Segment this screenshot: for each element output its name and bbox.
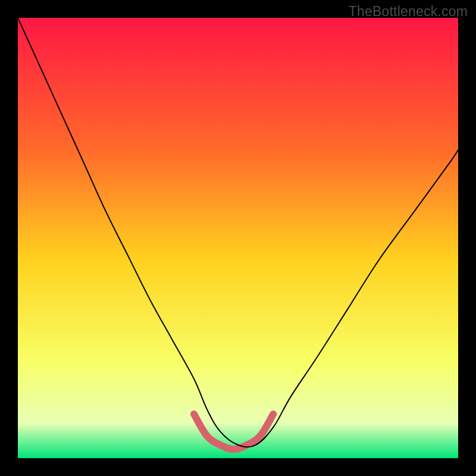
chart-background xyxy=(18,18,458,458)
chart-frame: TheBottleneck.com xyxy=(0,0,476,476)
bottleneck-chart xyxy=(0,0,476,476)
watermark-text: TheBottleneck.com xyxy=(349,4,468,20)
